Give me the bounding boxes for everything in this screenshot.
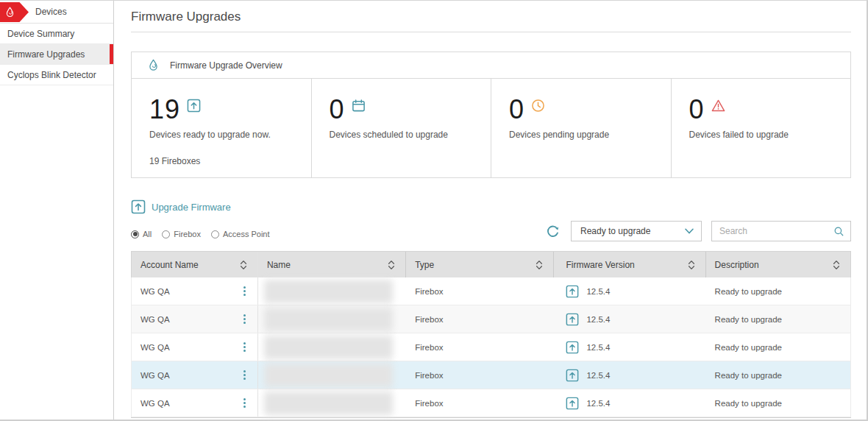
filter-toolbar: All Firebox Access Point Ready	[131, 221, 851, 241]
account-name-cell: WG QA	[132, 389, 258, 417]
kebab-menu-icon[interactable]	[239, 283, 250, 299]
main-content: Firmware Upgrades Firmware Upgrade Overv…	[115, 1, 868, 420]
brand-banner	[0, 2, 29, 22]
description-cell: Ready to upgrade	[706, 361, 850, 389]
description-cell: Ready to upgrade	[706, 389, 850, 417]
firmware-version: 12.5.4	[586, 399, 610, 408]
app-window: Devices Device Summary Firmware Upgrades…	[0, 0, 868, 421]
account-name: WG QA	[140, 315, 170, 324]
table-body: WG QA Firebox 12.5.4 Ready to upgrade WG…	[131, 277, 851, 417]
table-row[interactable]: WG QA Firebox 12.5.4 Ready to upgrade	[132, 277, 850, 305]
account-name: WG QA	[140, 343, 170, 352]
sort-icon[interactable]	[240, 260, 247, 270]
radio-access-point[interactable]: Access Point	[211, 230, 270, 238]
stat-pending-upgrade: 0 Devices pending upgrade	[491, 79, 672, 177]
sort-icon[interactable]	[833, 260, 840, 270]
device-name-cell	[258, 361, 406, 389]
device-type: Firebox	[415, 371, 443, 380]
device-type: Firebox	[415, 315, 443, 324]
search-box	[711, 221, 851, 241]
column-label: Type	[415, 260, 434, 270]
stat-value: 19	[149, 96, 180, 123]
firmware-version-cell: 12.5.4	[554, 305, 705, 333]
search-icon[interactable]	[833, 225, 844, 238]
account-name: WG QA	[140, 371, 170, 380]
firmware-version: 12.5.4	[586, 315, 610, 324]
chevron-down-icon	[685, 228, 694, 234]
column-header-type[interactable]: Type	[406, 252, 554, 277]
type-cell: Firebox	[406, 333, 554, 361]
description-cell: Ready to upgrade	[706, 277, 850, 305]
table-row[interactable]: WG QA Firebox 12.5.4 Ready to upgrade	[132, 333, 850, 361]
description-cell: Ready to upgrade	[706, 333, 850, 361]
upload-icon	[566, 285, 579, 298]
devices-table: Account Name Name Type Firmware Version …	[131, 251, 851, 418]
description-cell: Ready to upgrade	[706, 305, 850, 333]
description: Ready to upgrade	[715, 399, 782, 408]
device-name-cell	[258, 333, 406, 361]
sidebar-item-device-summary[interactable]: Device Summary	[0, 24, 113, 44]
sidebar-item-firmware-upgrades[interactable]: Firmware Upgrades	[0, 44, 113, 65]
device-type-radio-group: All Firebox Access Point	[131, 230, 280, 238]
device-type: Firebox	[415, 343, 443, 352]
type-cell: Firebox	[406, 361, 554, 389]
search-input[interactable]	[719, 226, 833, 236]
upgrade-firmware-button[interactable]: Upgrade Firmware	[131, 199, 231, 214]
account-name-cell: WG QA	[132, 305, 258, 333]
stat-scheduled-to-upgrade: 0 Devices scheduled to upgrade	[312, 79, 492, 177]
account-name-cell: WG QA	[132, 361, 258, 389]
stat-label: Devices ready to upgrade now.	[149, 130, 296, 140]
device-name-cell	[258, 277, 406, 305]
column-label: Account Name	[140, 260, 199, 270]
radio-all[interactable]: All	[131, 230, 152, 238]
sidebar-section-label: Devices	[35, 7, 67, 17]
page-title: Firmware Upgrades	[131, 10, 851, 32]
kebab-menu-icon[interactable]	[239, 311, 250, 327]
warning-icon	[711, 99, 725, 113]
stat-value: 0	[689, 96, 705, 123]
radio-circle	[162, 230, 170, 238]
status-filter-value: Ready to upgrade	[580, 226, 685, 236]
radio-circle	[131, 230, 139, 238]
sidebar-header: Devices	[0, 1, 113, 24]
kebab-menu-icon[interactable]	[239, 395, 250, 411]
redacted-device-name	[264, 308, 393, 331]
upload-icon	[131, 199, 146, 214]
column-header-description[interactable]: Description	[706, 252, 850, 277]
sort-icon[interactable]	[536, 260, 543, 270]
upgrade-firmware-label: Upgrade Firmware	[152, 202, 231, 213]
table-row[interactable]: WG QA Firebox 12.5.4 Ready to upgrade	[132, 361, 850, 389]
column-label: Name	[267, 260, 291, 270]
firmware-version-cell: 12.5.4	[554, 389, 705, 417]
column-header-firmware-version[interactable]: Firmware Version	[554, 252, 705, 277]
account-name: WG QA	[140, 287, 170, 296]
kebab-menu-icon[interactable]	[239, 339, 250, 355]
table-row[interactable]: WG QA Firebox 12.5.4 Ready to upgrade	[132, 389, 850, 417]
stat-value: 0	[330, 96, 345, 123]
firmware-version: 12.5.4	[586, 287, 610, 296]
firmware-version-cell: 12.5.4	[554, 333, 705, 361]
status-filter-select[interactable]: Ready to upgrade	[571, 221, 702, 241]
description: Ready to upgrade	[715, 343, 782, 352]
kebab-menu-icon[interactable]	[239, 367, 250, 383]
upload-icon	[566, 369, 579, 382]
firmware-version: 12.5.4	[586, 343, 610, 352]
column-header-name[interactable]: Name	[258, 252, 406, 277]
column-header-account-name[interactable]: Account Name	[132, 252, 258, 277]
stat-value: 0	[509, 96, 524, 123]
table-row[interactable]: WG QA Firebox 12.5.4 Ready to upgrade	[132, 305, 850, 333]
radio-label: Access Point	[223, 230, 270, 238]
description: Ready to upgrade	[715, 315, 782, 324]
stat-label: Devices pending upgrade	[509, 130, 656, 140]
upload-icon	[566, 313, 579, 326]
overview-stats: 19 Devices ready to upgrade now. 19 Fire…	[132, 79, 850, 177]
sidebar-item-cyclops-blink-detector[interactable]: Cyclops Blink Detector	[0, 65, 113, 85]
radio-circle	[211, 230, 219, 238]
table-header-row: Account Name Name Type Firmware Version …	[131, 251, 851, 277]
refresh-button[interactable]	[545, 224, 561, 239]
radio-firebox[interactable]: Firebox	[162, 230, 201, 238]
sort-icon[interactable]	[388, 260, 395, 270]
sort-icon[interactable]	[688, 260, 695, 270]
type-cell: Firebox	[406, 389, 554, 417]
calendar-icon	[352, 99, 366, 113]
